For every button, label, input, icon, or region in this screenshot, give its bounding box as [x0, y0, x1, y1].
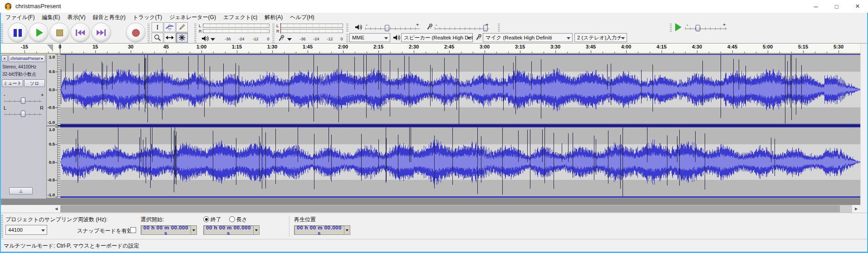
audio-host-select[interactable]: MME — [349, 33, 390, 42]
transport-toolbar-grip[interactable] — [1, 23, 3, 43]
timeline-tick — [213, 52, 214, 53]
envelope-tool-button[interactable] — [164, 22, 176, 32]
selection-tool-button[interactable]: I — [152, 22, 163, 32]
vertical-ruler-label: -0.5 — [48, 177, 55, 182]
timeline-tick — [201, 50, 202, 53]
toolbar-dock: I — [0, 22, 868, 44]
solo-button[interactable]: ソロ — [24, 79, 45, 87]
menu-analyze[interactable]: 解析(A) — [261, 13, 286, 22]
timeline-label: 2:15 — [373, 44, 383, 49]
edit-toolbar-grip[interactable] — [498, 23, 500, 32]
time-shift-tool-button[interactable] — [164, 33, 176, 43]
pan-slider[interactable] — [5, 113, 42, 116]
recording-meter-cursor-line — [280, 23, 281, 34]
output-volume-slider[interactable] — [365, 27, 420, 30]
playback-meter-left-bar — [203, 24, 270, 28]
selection-end-format-dropdown[interactable] — [253, 226, 259, 234]
timeline-tick — [249, 52, 249, 53]
title-bar[interactable]: christmasPresent ─ □ × — [0, 0, 868, 13]
menu-view[interactable]: 表示(V) — [64, 13, 89, 22]
zoom-tool-button[interactable] — [152, 33, 163, 43]
playback-meter-right-bar — [203, 29, 270, 33]
play-button[interactable] — [29, 23, 49, 43]
stop-button[interactable] — [49, 23, 69, 43]
track-collapse-button[interactable]: △ — [9, 187, 33, 195]
playback-device-value: スピーカー (Realtek High Def — [404, 34, 473, 41]
skip-to-start-button[interactable] — [70, 23, 90, 43]
play-at-speed-button[interactable] — [673, 22, 683, 32]
recording-channels-select[interactable]: 2 (ステレオ)入力チ — [574, 33, 627, 42]
recording-meter[interactable]: L R -36 -24 -12 0 — [275, 22, 345, 43]
menu-help[interactable]: ヘルプ(H) — [286, 13, 318, 22]
menu-edit[interactable]: 編集(E) — [38, 13, 64, 22]
track-area-background — [0, 199, 860, 205]
input-volume-slider[interactable] — [435, 27, 489, 30]
track-title-menu[interactable]: christmasPresen ▼ — [9, 55, 45, 62]
waveform-left-channel[interactable] — [60, 54, 860, 125]
record-button[interactable] — [126, 23, 146, 43]
timeline-tick — [827, 52, 827, 53]
waveform-right-channel[interactable] — [60, 126, 860, 198]
selection-toolbar-grip[interactable] — [1, 215, 3, 238]
timeline-label: 4:15 — [657, 44, 667, 49]
mute-button[interactable]: ミュート — [2, 79, 23, 87]
length-radio[interactable] — [229, 216, 235, 222]
gain-thumb[interactable] — [21, 97, 25, 104]
mixer-toolbar-grip[interactable] — [346, 23, 348, 32]
vertical-ruler-left-channel[interactable]: 1.00.50.0-0.5-1.0 — [47, 54, 58, 125]
project-rate-select[interactable]: 44100 — [5, 225, 47, 235]
gain-minus-label: - — [4, 92, 5, 97]
hscroll-right-button[interactable]: ▶ — [852, 205, 860, 213]
playback-meter-grip[interactable] — [194, 23, 196, 43]
menu-effect[interactable]: エフェクト(c) — [220, 13, 261, 22]
gain-slider[interactable] — [5, 100, 42, 102]
snap-to-checkbox[interactable] — [130, 227, 136, 233]
menu-generate[interactable]: ジェネレーター(G) — [166, 13, 220, 22]
close-button[interactable]: × — [847, 0, 868, 13]
stereo-track: × christmasPresen ▼ Stereo, 44100Hz 32-b… — [0, 54, 860, 199]
maximize-button[interactable]: □ — [826, 0, 847, 13]
track-close-button[interactable]: × — [1, 55, 8, 62]
end-radio[interactable] — [203, 216, 209, 222]
hscroll-left-button[interactable]: ◀ — [52, 205, 60, 213]
draw-tool-icon — [178, 24, 186, 31]
selection-start-format-dropdown[interactable] — [191, 226, 196, 234]
skip-to-end-button[interactable] — [91, 23, 111, 43]
timeline-tick — [437, 52, 438, 53]
pause-button[interactable] — [8, 23, 28, 43]
input-volume-thumb[interactable] — [483, 25, 488, 31]
timeline-label: 15 — [93, 44, 98, 49]
device-toolbar-grip[interactable] — [346, 33, 348, 42]
selection-end-field[interactable]: 00 h 00 m 00.000 s — [203, 225, 260, 235]
playback-device-select[interactable]: スピーカー (Realtek High Def — [401, 33, 473, 42]
menu-tracks[interactable]: トラック(T) — [129, 13, 166, 22]
tools-toolbar-grip[interactable] — [147, 23, 150, 43]
recording-device-select[interactable]: マイク (Realtek High Definiti — [483, 33, 573, 42]
selection-tool-icon: I — [157, 24, 159, 31]
vertical-ruler-label: 1.0 — [49, 54, 55, 59]
recording-meter-grip[interactable] — [272, 23, 275, 43]
audio-position-field[interactable]: 00 h 00 m 00.000 s — [294, 225, 350, 235]
timeline-tick — [154, 52, 155, 53]
pan-thumb[interactable] — [21, 111, 25, 117]
playback-meter[interactable]: L R -36 -24 -12 0 — [198, 22, 271, 43]
timeline-tick — [284, 52, 284, 53]
multi-tool-button[interactable] — [176, 33, 188, 43]
playback-speed-slider[interactable] — [685, 27, 727, 30]
playback-device-speaker-icon — [393, 34, 400, 41]
playhead-marker-icon[interactable] — [47, 44, 53, 51]
timeline-ruler[interactable]: -1501530451:001:151:301:452:002:152:302:… — [0, 44, 868, 54]
output-volume-thumb[interactable] — [385, 25, 389, 31]
vertical-ruler-right-channel[interactable]: 1.00.50.0-0.5-1.0 — [47, 126, 58, 198]
hscroll-thumb[interactable] — [60, 205, 840, 212]
audio-position-format-dropdown[interactable] — [344, 226, 350, 234]
transcription-toolbar-grip[interactable] — [670, 23, 672, 32]
menu-transport[interactable]: 録音と再生(r) — [89, 13, 129, 22]
menu-file[interactable]: ファイル(F) — [2, 13, 38, 22]
playback-speed-thumb[interactable] — [696, 25, 700, 31]
horizontal-scrollbar[interactable]: ◀ ▶ — [0, 205, 868, 213]
timeline-tick — [473, 52, 473, 53]
draw-tool-button[interactable] — [176, 22, 188, 32]
minimize-button[interactable]: ─ — [805, 0, 826, 13]
selection-start-field[interactable]: 00 h 00 m 00.000 s — [141, 225, 197, 235]
